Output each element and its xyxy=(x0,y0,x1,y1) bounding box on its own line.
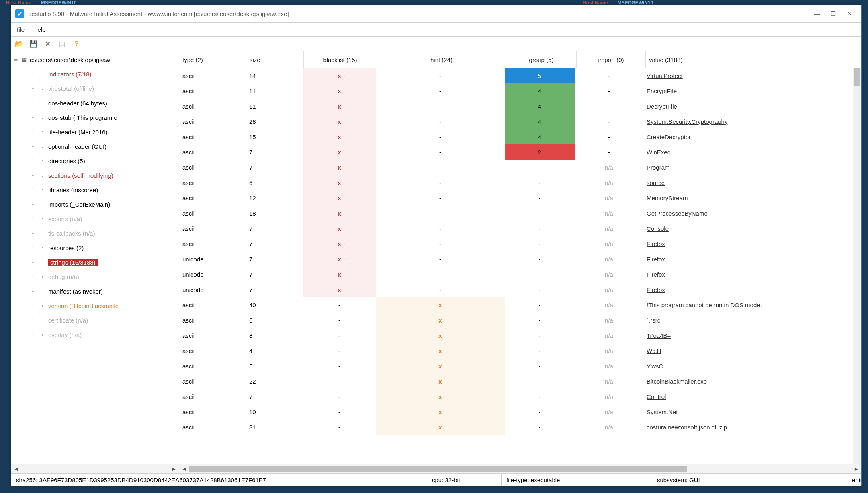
col-group[interactable]: group (5) xyxy=(506,51,577,68)
tree-item[interactable]: └▫tls-callbacks (n/a) xyxy=(11,226,179,240)
table-row[interactable]: ascii7x--n/aFirefox xyxy=(179,236,861,251)
value-link[interactable]: Tr'oa4B= xyxy=(647,332,671,339)
maximize-button[interactable]: ☐ xyxy=(825,8,841,19)
table-row[interactable]: ascii11x-4-EncryptFile xyxy=(179,83,861,99)
tree-item[interactable]: └▫imports (_CorExeMain) xyxy=(11,197,179,212)
col-import[interactable]: import (0) xyxy=(577,51,646,68)
table-row[interactable]: ascii7x-2-WinExec xyxy=(179,144,861,160)
tree-item[interactable]: └▫dos-stub (!This program c xyxy=(11,110,179,125)
tree-item[interactable]: └▫certificate (n/a) xyxy=(11,313,179,327)
titlebar[interactable]: ✔ pestudio 8.90 - Malware Initial Assess… xyxy=(11,5,861,23)
value-link[interactable]: Firefox xyxy=(647,271,665,278)
value-link[interactable]: Program xyxy=(647,164,670,171)
value-link[interactable]: costura.newtonsoft.json.dll.zip xyxy=(647,424,727,431)
tree-item[interactable]: └▫exports (n/a) xyxy=(11,212,179,226)
value-link[interactable]: Wc.H xyxy=(647,347,661,354)
save-icon[interactable]: 💾 xyxy=(29,39,38,48)
table-row[interactable]: ascii8-x-n/aTr'oa4B= xyxy=(179,328,861,343)
cell-hint: x xyxy=(376,419,505,435)
col-value[interactable]: value (3188) xyxy=(646,51,861,68)
tree-item[interactable]: └▫debug (n/a) xyxy=(11,269,179,284)
tree-item[interactable]: └▫file-header (Mar.2016) xyxy=(11,125,179,139)
tree-item[interactable]: └▫sections (self-modifying) xyxy=(11,168,179,183)
value-link[interactable]: WinExec xyxy=(647,149,670,156)
node-icon: ▫ xyxy=(39,244,47,251)
value-link[interactable]: EncryptFile xyxy=(647,88,677,94)
tree-item[interactable]: └▫resources (2) xyxy=(11,240,179,255)
collapse-icon[interactable]: ▭ xyxy=(12,57,19,62)
table-row[interactable]: ascii6x--n/asource xyxy=(179,175,861,190)
table-row[interactable]: ascii7-x-n/aControl xyxy=(179,389,861,404)
table-h-scrollbar[interactable]: ◄ ► xyxy=(179,464,861,473)
value-link[interactable]: !This program cannot be run in DOS mode. xyxy=(647,302,762,308)
value-link[interactable]: Firefox xyxy=(647,286,665,293)
table-row[interactable]: ascii28x-4-System.Security.Cryptography xyxy=(179,114,861,129)
value-link[interactable]: System.Security.Cryptography xyxy=(647,118,727,125)
scroll-thumb[interactable] xyxy=(854,68,860,86)
tree-item[interactable]: └▫directories (5) xyxy=(11,154,179,168)
cell-value: Program xyxy=(643,160,861,175)
table-row[interactable]: ascii15x-4-CreateDecryptor xyxy=(179,129,861,144)
table-row[interactable]: ascii14x-5-VirtualProtect xyxy=(179,68,861,83)
col-hint[interactable]: hint (24) xyxy=(377,51,506,68)
table-row[interactable]: ascii31-x-n/acostura.newtonsoft.json.dll… xyxy=(179,419,861,435)
tree-item[interactable]: └▫optional-header (GUI) xyxy=(11,139,179,154)
value-link[interactable]: Y.wsC xyxy=(647,363,663,370)
tree-item[interactable]: └▫overlay (n/a) xyxy=(11,327,179,342)
delete-icon[interactable]: ✖ xyxy=(43,39,52,48)
table-row[interactable]: ascii22-x-n/aBitcoinBlackmailer.exe xyxy=(179,374,861,389)
value-link[interactable]: GetProcessesByName xyxy=(647,210,708,217)
h-scroll-thumb[interactable] xyxy=(189,466,687,472)
table-row[interactable]: ascii40-x-n/a!This program cannot be run… xyxy=(179,297,861,312)
tree-h-scrollbar[interactable]: ◄ ► xyxy=(11,464,179,473)
table-row[interactable]: ascii18x--n/aGetProcessesByName xyxy=(179,205,861,221)
value-link[interactable]: VirtualProtect xyxy=(647,72,683,79)
scroll-right-icon[interactable]: ► xyxy=(854,466,859,472)
table-row[interactable]: ascii6-x-n/a`.rsrc xyxy=(179,312,861,328)
tree-item[interactable]: └▫indicators (7/18) xyxy=(11,67,179,81)
table-row[interactable]: ascii11x-4-DecryptFile xyxy=(179,99,861,114)
table-row[interactable]: ascii7x--n/aProgram xyxy=(179,160,861,175)
tree-root[interactable]: ▭▦c:\users\ieuser\desktop\jigsaw xyxy=(11,52,179,67)
table-v-scrollbar[interactable] xyxy=(853,68,861,464)
menu-file[interactable]: file xyxy=(12,24,29,35)
tree-item[interactable]: └▫version (BitcoinBlackmaile xyxy=(11,298,179,313)
table-row[interactable]: ascii12x--n/aMemoryStream xyxy=(179,190,861,205)
value-link[interactable]: BitcoinBlackmailer.exe xyxy=(647,378,707,385)
table-row[interactable]: ascii4-x-n/aWc.H xyxy=(179,343,861,358)
menu-help[interactable]: help xyxy=(29,24,50,35)
value-link[interactable]: CreateDecryptor xyxy=(647,134,691,140)
value-link[interactable]: source xyxy=(647,179,665,186)
value-link[interactable]: `.rsrc xyxy=(647,317,660,324)
tree-item[interactable]: └▫manifest (asInvoker) xyxy=(11,284,179,298)
table-row[interactable]: ascii7x--n/aConsole xyxy=(179,221,861,236)
scroll-left-icon[interactable]: ◄ xyxy=(14,466,19,472)
help-icon[interactable]: ? xyxy=(72,39,81,48)
value-link[interactable]: DecryptFile xyxy=(647,103,677,110)
minimize-button[interactable]: — xyxy=(809,8,825,19)
value-link[interactable]: Firefox xyxy=(647,240,665,247)
tree-item[interactable]: └▫strings (15/3188) xyxy=(11,255,179,269)
value-link[interactable]: Control xyxy=(647,393,666,400)
value-link[interactable]: Firefox xyxy=(647,256,665,263)
tree-item[interactable]: └▫libraries (mscoree) xyxy=(11,183,179,197)
list-icon[interactable]: ▤ xyxy=(58,39,67,48)
value-link[interactable]: Console xyxy=(647,225,669,232)
cell-size: 11 xyxy=(246,83,303,99)
scroll-left-icon[interactable]: ◄ xyxy=(182,466,187,472)
table-row[interactable]: ascii10-x-n/aSystem.Net xyxy=(179,404,861,419)
value-link[interactable]: MemoryStream xyxy=(647,195,688,201)
value-link[interactable]: System.Net xyxy=(647,409,678,415)
table-row[interactable]: unicode7x--n/aFirefox xyxy=(179,251,861,267)
col-blacklist[interactable]: blacklist (15) xyxy=(304,51,377,68)
scroll-right-icon[interactable]: ► xyxy=(171,466,176,472)
open-icon[interactable]: 📂 xyxy=(14,39,23,48)
tree-item[interactable]: └▫dos-header (64 bytes) xyxy=(11,96,179,110)
table-row[interactable]: unicode7x--n/aFirefox xyxy=(179,267,861,282)
table-row[interactable]: unicode7x--n/aFirefox xyxy=(179,282,861,297)
col-size[interactable]: size xyxy=(246,51,304,68)
tree-item[interactable]: └▫virustotal (offline) xyxy=(11,81,179,96)
col-type[interactable]: type (2) xyxy=(179,51,246,68)
close-button[interactable]: ✕ xyxy=(841,8,857,19)
table-row[interactable]: ascii5-x-n/aY.wsC xyxy=(179,358,861,374)
